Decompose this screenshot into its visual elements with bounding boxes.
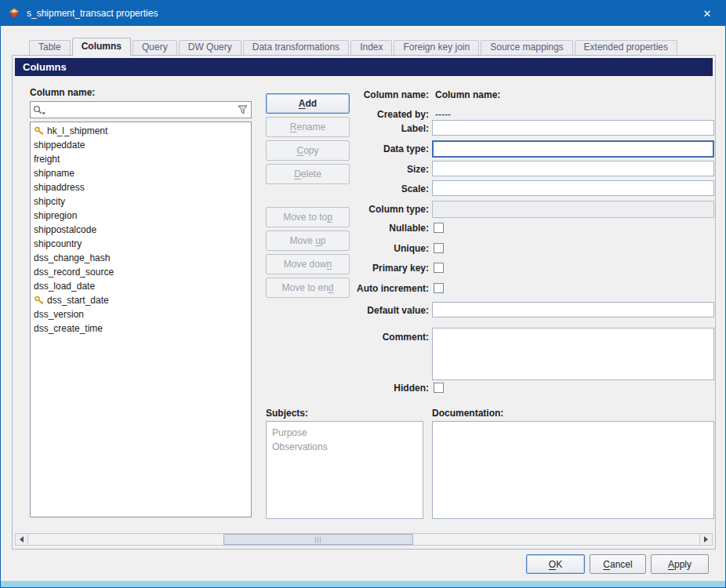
section-header: Columns: [15, 58, 713, 76]
column-name-text: dss_start_date: [47, 295, 109, 306]
comment-textarea[interactable]: [432, 328, 714, 380]
list-item[interactable]: dss_record_source: [31, 265, 251, 279]
created-by-label: Created by:: [280, 109, 429, 120]
key-icon: [34, 126, 45, 136]
tab-index[interactable]: Index: [350, 40, 392, 55]
list-item[interactable]: dss_change_hash: [31, 251, 251, 265]
tab-columns[interactable]: Columns: [72, 38, 131, 56]
tab-query[interactable]: Query: [132, 40, 177, 55]
data-type-label: Data type:: [280, 143, 429, 154]
comment-label: Comment:: [280, 332, 429, 343]
primary-key-label: Primary key:: [280, 263, 429, 274]
size-label: Size:: [280, 164, 429, 175]
column-name-text: dss_create_time: [34, 323, 103, 334]
column-name-text: dss_record_source: [34, 267, 114, 278]
app-icon: [8, 7, 20, 20]
subjects-label: Subjects:: [266, 408, 308, 419]
subject-item[interactable]: Observations: [272, 440, 417, 454]
ok-button[interactable]: OK: [526, 554, 585, 574]
size-input[interactable]: [432, 161, 714, 176]
scroll-left-arrow-icon[interactable]: [16, 534, 28, 545]
column-name-label: Column name:: [280, 89, 429, 100]
list-item[interactable]: dss_load_date: [31, 279, 251, 293]
list-item[interactable]: shipname: [31, 166, 251, 180]
list-item[interactable]: shipregion: [31, 209, 251, 223]
tab-foreign-key-join[interactable]: Foreign key join: [394, 40, 479, 55]
window-title: s_shipment_transact properties: [27, 8, 158, 19]
window-bottom-edge: [1, 581, 725, 587]
properties-dialog: s_shipment_transact properties ✕ TableCo…: [0, 0, 726, 588]
column-list[interactable]: hk_l_shipmentshippeddatefreightshipnames…: [30, 122, 252, 517]
nullable-label: Nullable:: [280, 223, 429, 234]
column-type-label: Column type:: [280, 204, 429, 215]
column-name-text: shipcountry: [34, 238, 82, 249]
column-name-text: dss_version: [34, 309, 84, 320]
column-name-text: freight: [34, 154, 60, 165]
subjects-list[interactable]: PurposeObservations: [266, 421, 423, 519]
tab-dw-query[interactable]: DW Query: [179, 40, 241, 55]
column-name-text: dss_load_date: [34, 281, 95, 292]
list-item[interactable]: shipaddress: [31, 180, 251, 194]
list-item[interactable]: dss_version: [31, 307, 251, 321]
auto-increment-checkbox[interactable]: [434, 283, 444, 293]
column-search: [30, 101, 252, 118]
default-value-input[interactable]: [432, 302, 714, 318]
scale-input[interactable]: [432, 180, 714, 196]
tab-table[interactable]: Table: [29, 40, 71, 55]
column-name-text: shippostalcode: [34, 224, 96, 235]
list-item[interactable]: dss_create_time: [31, 321, 251, 336]
tab-extended-properties[interactable]: Extended properties: [575, 40, 677, 55]
scale-label: Scale:: [280, 183, 429, 194]
list-item[interactable]: dss_start_date: [31, 293, 251, 307]
column-name-text: shipcity: [34, 196, 65, 207]
titlebar[interactable]: s_shipment_transact properties ✕: [1, 1, 725, 26]
hidden-label: Hidden:: [280, 383, 429, 394]
key-icon: [34, 296, 45, 306]
close-icon[interactable]: ✕: [689, 1, 725, 26]
unique-label: Unique:: [280, 243, 429, 254]
label-input[interactable]: [432, 120, 714, 136]
default-value-label: Default value:: [280, 305, 429, 316]
list-item[interactable]: shippostalcode: [31, 223, 251, 237]
unique-checkbox[interactable]: [434, 243, 444, 253]
list-item[interactable]: freight: [31, 152, 251, 166]
documentation-label: Documentation:: [432, 408, 503, 419]
column-name-list-label: Column name:: [30, 87, 95, 98]
list-item[interactable]: hk_l_shipment: [31, 124, 251, 138]
cancel-button[interactable]: Cancel: [590, 554, 646, 574]
list-item[interactable]: shippeddate: [31, 138, 251, 152]
created-by-value: -----: [435, 109, 451, 120]
scroll-right-arrow-icon[interactable]: [699, 534, 712, 545]
search-icon[interactable]: [31, 102, 48, 118]
column-name-value: Column name:: [435, 89, 500, 100]
column-name-text: dss_change_hash: [34, 252, 110, 263]
column-name-text: shipregion: [34, 210, 77, 221]
hidden-checkbox[interactable]: [434, 383, 444, 393]
auto-increment-label: Auto increment:: [280, 283, 429, 294]
label-label: Label:: [280, 123, 429, 134]
list-item[interactable]: shipcountry: [31, 237, 251, 251]
tab-source-mappings[interactable]: Source mappings: [481, 40, 572, 55]
column-name-text: shipaddress: [34, 182, 85, 193]
data-type-input[interactable]: [432, 140, 714, 158]
scrollbar-thumb[interactable]: [223, 534, 413, 545]
search-input[interactable]: [48, 103, 234, 117]
tab-data-transformations[interactable]: Data transformations: [243, 40, 349, 55]
primary-key-checkbox[interactable]: [434, 263, 444, 273]
filter-icon[interactable]: [234, 102, 251, 118]
tab-bar: TableColumnsQueryDW QueryData transforma…: [29, 37, 679, 55]
subject-item[interactable]: Purpose: [272, 426, 417, 440]
columns-panel: Columns Column name: hk_l_shipmentshippe…: [12, 55, 716, 550]
column-name-text: shippeddate: [34, 140, 85, 151]
documentation-textarea[interactable]: [432, 421, 714, 519]
apply-button[interactable]: Apply: [651, 554, 709, 574]
column-name-text: shipname: [34, 168, 74, 179]
nullable-checkbox[interactable]: [434, 223, 444, 233]
column-type-input: [432, 201, 714, 218]
list-item[interactable]: shipcity: [31, 194, 251, 209]
column-name-text: hk_l_shipment: [47, 125, 107, 136]
horizontal-scrollbar[interactable]: [15, 533, 713, 546]
